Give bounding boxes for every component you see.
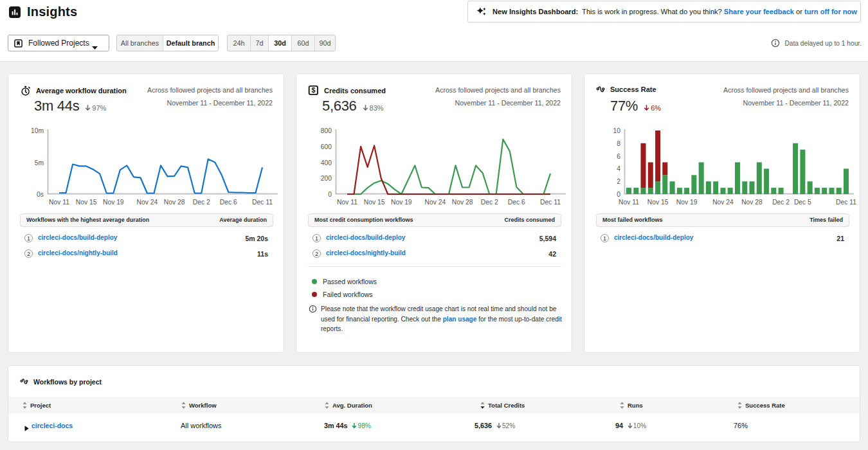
svg-text:Nov 24: Nov 24 bbox=[425, 199, 446, 206]
svg-text:$: $ bbox=[311, 86, 315, 94]
svg-text:400: 400 bbox=[321, 159, 332, 166]
svg-text:10: 10 bbox=[613, 127, 621, 134]
svg-text:8: 8 bbox=[617, 140, 620, 147]
svg-text:2: 2 bbox=[617, 178, 620, 185]
svg-text:Nov 24: Nov 24 bbox=[712, 199, 734, 206]
svg-text:Nov 28: Nov 28 bbox=[164, 199, 185, 206]
svg-text:Nov 19: Nov 19 bbox=[391, 199, 412, 206]
svg-text:Dec 2: Dec 2 bbox=[481, 199, 498, 206]
svg-text:600: 600 bbox=[321, 143, 332, 150]
svg-text:800: 800 bbox=[321, 127, 332, 134]
svg-text:Nov 11: Nov 11 bbox=[619, 199, 639, 206]
svg-text:Dec 2: Dec 2 bbox=[772, 199, 790, 206]
svg-text:200: 200 bbox=[321, 175, 332, 182]
svg-text:Nov 28: Nov 28 bbox=[741, 199, 763, 206]
svg-text:Dec 11: Dec 11 bbox=[836, 199, 856, 206]
svg-text:5m: 5m bbox=[35, 159, 44, 166]
svg-text:Nov 19: Nov 19 bbox=[676, 199, 698, 206]
svg-text:Nov 11: Nov 11 bbox=[337, 199, 357, 206]
svg-text:Nov 15: Nov 15 bbox=[76, 199, 97, 206]
svg-text:4: 4 bbox=[617, 165, 620, 172]
svg-text:Dec 6: Dec 6 bbox=[220, 199, 237, 206]
svg-text:Nov 19: Nov 19 bbox=[103, 199, 124, 206]
svg-text:Dec 5: Dec 5 bbox=[794, 199, 811, 206]
svg-text:0: 0 bbox=[617, 191, 620, 198]
svg-text:Nov 28: Nov 28 bbox=[452, 199, 473, 206]
svg-text:10m: 10m bbox=[31, 127, 44, 134]
svg-text:Nov 15: Nov 15 bbox=[364, 199, 385, 206]
svg-text:Dec 11: Dec 11 bbox=[540, 199, 561, 206]
svg-text:6: 6 bbox=[617, 153, 620, 160]
svg-text:0: 0 bbox=[328, 191, 332, 198]
svg-text:Dec 6: Dec 6 bbox=[508, 199, 525, 206]
svg-text:Dec 2: Dec 2 bbox=[193, 199, 210, 206]
svg-text:Nov 24: Nov 24 bbox=[137, 199, 158, 206]
svg-text:Dec 11: Dec 11 bbox=[252, 199, 273, 206]
svg-text:Nov 11: Nov 11 bbox=[49, 199, 69, 206]
svg-text:0s: 0s bbox=[37, 191, 44, 198]
svg-text:Nov 15: Nov 15 bbox=[647, 199, 669, 206]
